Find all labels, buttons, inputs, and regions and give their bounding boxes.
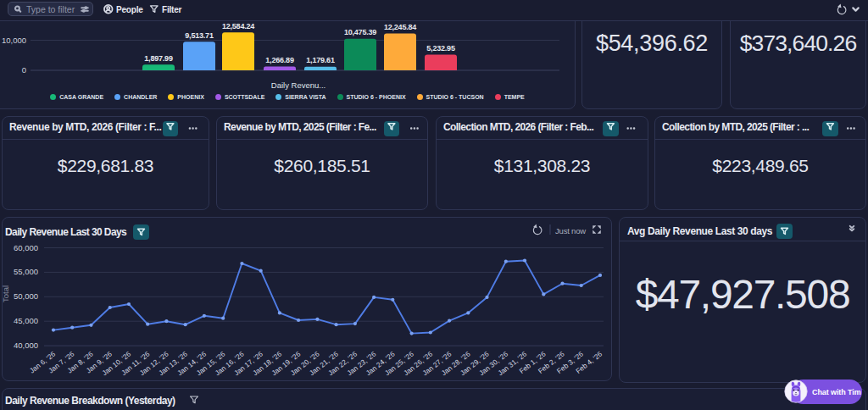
svg-text:45,000: 45,000	[14, 316, 38, 325]
svg-text:1,897.99: 1,897.99	[144, 54, 173, 63]
svg-text:5,232.95: 5,232.95	[426, 44, 455, 53]
svg-text:1,179.61: 1,179.61	[306, 56, 335, 64]
svg-text:Total: Total	[1, 285, 10, 302]
svg-text:12,245.84: 12,245.84	[384, 23, 416, 31]
svg-text:10,000: 10,000	[2, 36, 26, 45]
svg-text:12,584.24: 12,584.24	[222, 22, 254, 30]
svg-text:40,000: 40,000	[14, 341, 38, 350]
svg-text:50,000: 50,000	[14, 291, 38, 301]
svg-text:10,475.39: 10,475.39	[344, 28, 376, 36]
svg-text:0: 0	[22, 65, 26, 75]
svg-text:9,513.71: 9,513.71	[185, 31, 214, 40]
svg-text:55,000: 55,000	[14, 267, 38, 276]
svg-text:1,266.89: 1,266.89	[265, 56, 294, 64]
svg-text:Daily Revenu...: Daily Revenu...	[271, 80, 326, 90]
